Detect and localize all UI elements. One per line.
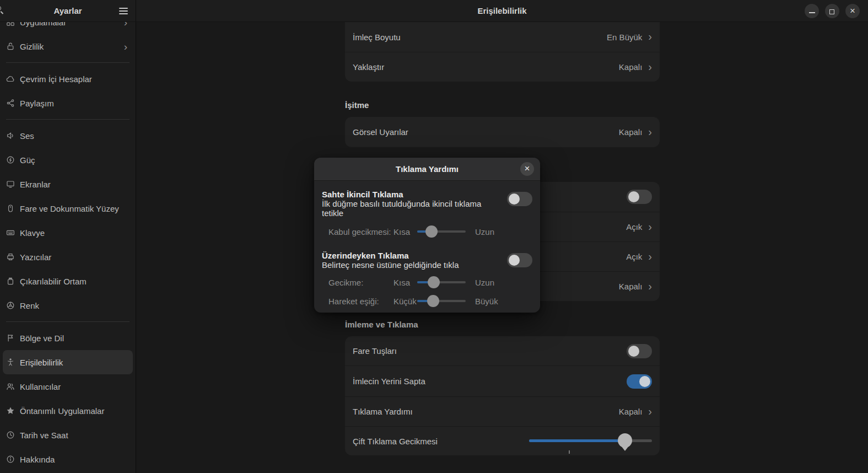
keyboard-icon <box>6 228 15 237</box>
sidebar-item-online-accounts[interactable]: Çevrim İçi Hesaplar <box>3 67 133 91</box>
sidebar-item-keyboard[interactable]: Klavye <box>3 221 133 245</box>
toggle-knob <box>509 255 520 266</box>
sidebar-item-about[interactable]: Hakkında <box>3 447 133 471</box>
app-title: Ayarlar <box>53 6 82 15</box>
simulated-secondary-click-row: Sahte İkincil Tıklama İlk düğme basılı t… <box>322 190 532 218</box>
dialog-body: Sahte İkincil Tıklama İlk düğme basılı t… <box>314 181 540 308</box>
zoom-row[interactable]: Yaklaştır Kapalı › <box>345 52 660 82</box>
slider-min-label: Kısa <box>393 227 417 237</box>
sidebar-item-users[interactable]: Kullanıcılar <box>3 374 133 399</box>
slider-knob[interactable] <box>618 433 632 448</box>
hover-click-toggle[interactable] <box>507 253 532 267</box>
row-value: Açık <box>626 222 642 232</box>
sidebar-item-label: Güç <box>20 155 127 165</box>
toggle-knob <box>628 191 639 202</box>
sidebar-item-accessibility[interactable]: Erişilebilirlik <box>3 350 133 374</box>
sidebar-item-power[interactable]: Güç <box>3 148 133 172</box>
close-icon: × <box>850 6 855 15</box>
mouse-icon <box>6 204 15 213</box>
slider-knob[interactable] <box>425 225 438 238</box>
row-label: Görsel Uyarılar <box>353 127 619 137</box>
sidebar-item-date-time[interactable]: Tarih ve Saat <box>3 423 133 447</box>
sidebar-item-color[interactable]: Renk <box>3 293 133 318</box>
slider-max-label: Büyük <box>475 297 498 306</box>
slider-min-label: Kısa <box>393 278 417 287</box>
minimize-button[interactable] <box>805 4 819 18</box>
menu-icon[interactable] <box>119 8 128 14</box>
sidebar: Uygulamalar › Gizlilik › Çevrim İçi Hesa… <box>0 0 136 473</box>
slider-min-label: Küçük <box>393 297 417 306</box>
dialog-close-button[interactable]: × <box>520 162 534 176</box>
sidebar-item-sound[interactable]: Ses <box>3 123 133 148</box>
slider-fill <box>417 281 434 283</box>
sidebar-item-label: Renk <box>20 301 127 310</box>
slider-knob[interactable] <box>428 276 440 288</box>
sidebar-item-sharing[interactable]: Paylaşım <box>3 91 133 115</box>
lock-icon <box>6 42 15 51</box>
locate-pointer-toggle[interactable] <box>627 374 652 389</box>
search-icon[interactable] <box>0 6 3 13</box>
mouse-keys-row[interactable]: Fare Tuşları <box>345 336 660 366</box>
chevron-right-icon: › <box>648 126 652 137</box>
visual-alerts-row[interactable]: Görsel Uyarılar Kapalı › <box>345 117 660 147</box>
accessibility-icon <box>6 358 15 367</box>
simulated-secondary-click-toggle[interactable] <box>507 192 532 206</box>
sidebar-item-mouse-touchpad[interactable]: Fare ve Dokunmatik Yüzey <box>3 196 133 221</box>
slider-track <box>417 230 466 233</box>
slider-fill <box>417 230 432 233</box>
dialog-title: Tıklama Yardımı <box>396 164 459 174</box>
sidebar-item-label: Yazıcılar <box>20 252 127 262</box>
sidebar-item-label: Tarih ve Saat <box>20 431 127 440</box>
cursor-size-row[interactable]: İmleç Boyutu En Büyük › <box>345 22 660 52</box>
double-click-delay-slider[interactable] <box>529 433 652 449</box>
header-bar: Ayarlar Erişilebilirlik × <box>0 0 868 22</box>
sidebar-item-label: Çevrim İçi Hesaplar <box>20 74 127 84</box>
toggle-switch[interactable] <box>627 190 652 204</box>
sidebar-item-label: Çıkarılabilir Ortam <box>20 277 127 286</box>
chevron-right-icon: › <box>648 31 652 42</box>
sidebar-item-region-language[interactable]: Bölge ve Dil <box>3 326 133 350</box>
click-assist-row[interactable]: Tıklama Yardımı Kapalı › <box>345 396 660 426</box>
slider-label: Hareket eşiği: <box>328 297 393 306</box>
sidebar-item-label: Kullanıcılar <box>20 382 127 391</box>
sidebar-item-removable-media[interactable]: Çıkarılabilir Ortam <box>3 269 133 293</box>
slider-track <box>529 439 652 442</box>
sidebar-list: Uygulamalar › Gizlilik › Çevrim İçi Hesa… <box>3 10 133 471</box>
acceptance-delay-slider[interactable] <box>417 224 466 239</box>
sidebar-item-label: Erişilebilirlik <box>20 358 127 367</box>
color-icon <box>6 301 15 310</box>
restore-icon <box>829 9 834 14</box>
motion-threshold-slider[interactable] <box>417 294 466 308</box>
pointing-section-title: İmleme ve Tıklama <box>345 320 660 330</box>
hover-delay-slider[interactable] <box>417 275 466 289</box>
option-title: Üzerindeyken Tıklama <box>322 251 502 260</box>
mouse-keys-toggle[interactable] <box>627 344 652 358</box>
slider-max-label: Uzun <box>475 227 494 237</box>
dialog-header: Tıklama Yardımı × <box>314 158 540 181</box>
sidebar-item-printers[interactable]: Yazıcılar <box>3 245 133 269</box>
toggle-knob <box>639 376 650 387</box>
sidebar-divider <box>6 119 130 120</box>
sidebar-item-default-apps[interactable]: Öntanımlı Uygulamalar <box>3 399 133 423</box>
sidebar-item-privacy[interactable]: Gizlilik › <box>3 34 133 58</box>
sidebar-item-label: Öntanımlı Uygulamalar <box>20 406 127 416</box>
sidebar-item-label: Hakkında <box>20 455 127 464</box>
restore-button[interactable] <box>825 4 839 18</box>
locate-pointer-row[interactable]: İmlecin Yerini Sapta <box>345 366 660 396</box>
close-button[interactable]: × <box>845 4 860 18</box>
region-language-icon <box>6 334 15 342</box>
row-label: İmleç Boyutu <box>353 33 607 42</box>
slider-knob[interactable] <box>427 295 439 307</box>
sidebar-item-displays[interactable]: Ekranlar <box>3 172 133 196</box>
display-icon <box>6 180 15 189</box>
sidebar-divider <box>6 321 130 322</box>
row-value: Kapalı <box>619 282 643 291</box>
sidebar-item-label: Fare ve Dokunmatik Yüzey <box>20 204 127 213</box>
toggle-knob <box>628 346 639 357</box>
hearing-group: Görsel Uyarılar Kapalı › <box>345 117 660 147</box>
speaker-icon <box>6 131 15 140</box>
chevron-right-icon: › <box>124 41 127 52</box>
row-label: İmlecin Yerini Sapta <box>353 377 627 386</box>
row-value: Kapalı <box>619 407 643 416</box>
chevron-right-icon: › <box>648 251 652 262</box>
